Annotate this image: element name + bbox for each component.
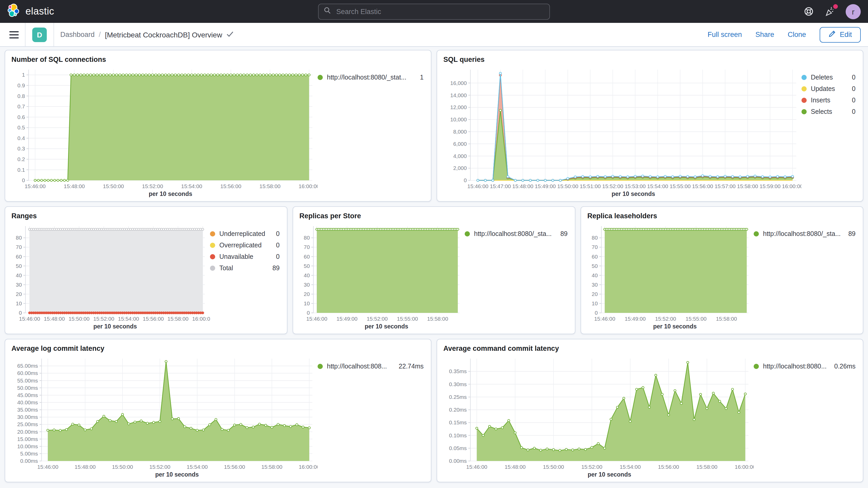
svg-text:per 10 seconds: per 10 seconds xyxy=(93,323,137,330)
svg-text:0.15ms: 0.15ms xyxy=(449,419,467,425)
legend-value: 1 xyxy=(420,74,424,81)
svg-text:15:56:00: 15:56:00 xyxy=(692,183,713,189)
sql-connections-chart[interactable]: 00.10.20.30.40.50.60.70.80.9115:46:0015:… xyxy=(10,65,317,199)
legend-value: 89 xyxy=(560,230,567,238)
svg-text:0.00ms: 0.00ms xyxy=(20,458,38,464)
legend-item[interactable]: Updates0 xyxy=(802,85,856,92)
svg-text:15:56:00: 15:56:00 xyxy=(220,183,241,189)
legend-item[interactable]: Deletes0 xyxy=(802,74,856,81)
legend-color-dot xyxy=(210,231,215,237)
svg-text:15:49:00: 15:49:00 xyxy=(337,316,358,322)
legend-color-dot xyxy=(210,266,215,271)
legend-color-dot xyxy=(754,364,759,369)
svg-text:15:46:00: 15:46:00 xyxy=(466,464,487,470)
breadcrumb: Dashboard / [Metricbeat CockroachDB] Ove… xyxy=(60,30,234,39)
legend-item[interactable]: http://localhost:8080/_sta...89 xyxy=(465,230,567,238)
pencil-icon xyxy=(828,30,836,39)
legend-label: http://localhost:8080... xyxy=(763,363,830,370)
legend-value: 0 xyxy=(852,74,856,81)
svg-text:15:46:00: 15:46:00 xyxy=(306,316,328,322)
edit-button-label: Edit xyxy=(840,31,852,38)
svg-text:15:54:00: 15:54:00 xyxy=(187,464,208,470)
ranges-chart[interactable]: 0102030405060708015:46:0015:48:0015:50:0… xyxy=(10,222,210,332)
legend-color-dot xyxy=(802,86,807,91)
svg-text:15:56:00: 15:56:00 xyxy=(224,464,245,470)
svg-text:10: 10 xyxy=(592,300,598,306)
svg-text:15:46:00: 15:46:00 xyxy=(467,183,488,189)
elastic-logo-icon xyxy=(7,3,21,20)
global-search-box[interactable] xyxy=(318,3,550,20)
svg-text:55.00ms: 55.00ms xyxy=(17,377,38,384)
svg-text:10: 10 xyxy=(304,300,310,306)
svg-text:15:46:00: 15:46:00 xyxy=(37,464,59,470)
svg-text:5.00ms: 5.00ms xyxy=(20,451,38,457)
legend-item[interactable]: http://localhost:808...22.74ms xyxy=(317,363,424,370)
toolbar-actions: Full screen Share Clone Edit xyxy=(708,27,868,42)
svg-text:80: 80 xyxy=(304,235,310,241)
legend-color-dot xyxy=(317,75,323,80)
legend-item[interactable]: http://localhost:8080...0.26ms xyxy=(754,363,856,370)
news-party-icon[interactable] xyxy=(824,6,835,17)
title-check-icon[interactable] xyxy=(226,30,234,39)
replica-leaseholders-chart[interactable]: 0102030405060708015:46:0015:49:0015:52:0… xyxy=(586,222,754,332)
search-input[interactable] xyxy=(335,7,544,16)
legend-value: 0 xyxy=(276,253,280,261)
panel-title: Average log commit latency xyxy=(10,343,426,355)
svg-text:15:58:00: 15:58:00 xyxy=(261,464,282,470)
help-lifebuoy-icon[interactable] xyxy=(804,6,814,17)
search-icon xyxy=(324,7,331,16)
svg-text:0.8: 0.8 xyxy=(18,93,25,99)
legend-item[interactable]: Underreplicated0 xyxy=(210,230,280,238)
svg-text:12,000: 12,000 xyxy=(450,104,467,110)
svg-text:15:50:00: 15:50:00 xyxy=(112,464,133,470)
svg-text:30: 30 xyxy=(592,282,598,288)
dashboard-badge[interactable]: D xyxy=(32,27,47,42)
svg-text:40: 40 xyxy=(304,272,310,278)
dashboard-toolbar: D Dashboard / [Metricbeat CockroachDB] O… xyxy=(0,23,868,47)
log-commit-latency-chart[interactable]: 0.00ms5.00ms10.00ms15.00ms20.00ms25.00ms… xyxy=(10,355,317,480)
legend-item[interactable]: Selects0 xyxy=(802,108,856,115)
sql-connections-legend: http://localhost:8080/_stat...1 xyxy=(317,65,426,199)
legend-item[interactable]: http://localhost:8080/_sta...89 xyxy=(754,230,856,238)
panel-replicas-per-store: Replicas per Store 0102030405060708015:4… xyxy=(292,206,576,334)
svg-text:15:51:00: 15:51:00 xyxy=(580,183,601,189)
hamburger-menu-icon[interactable] xyxy=(3,23,25,46)
legend-item[interactable]: Unavailable0 xyxy=(210,253,280,261)
svg-text:15:54:00: 15:54:00 xyxy=(118,316,139,322)
legend-item[interactable]: Overreplicated0 xyxy=(210,242,280,249)
legend-color-dot xyxy=(210,254,215,259)
svg-text:10,000: 10,000 xyxy=(450,116,467,122)
svg-text:15:49:00: 15:49:00 xyxy=(535,183,556,189)
command-commit-latency-chart[interactable]: 0.00ms0.05ms0.10ms0.15ms0.20ms0.25ms0.30… xyxy=(442,355,754,480)
legend-item[interactable]: Total89 xyxy=(210,265,280,272)
svg-text:15:52:00: 15:52:00 xyxy=(581,464,602,470)
svg-text:0.10ms: 0.10ms xyxy=(449,432,467,438)
svg-text:per 10 seconds: per 10 seconds xyxy=(155,471,198,478)
svg-text:50.00ms: 50.00ms xyxy=(17,385,38,391)
svg-text:15:54:00: 15:54:00 xyxy=(647,183,668,189)
svg-text:15:52:00: 15:52:00 xyxy=(602,183,623,189)
svg-text:0: 0 xyxy=(595,310,598,316)
log-commit-latency-legend: http://localhost:808...22.74ms xyxy=(317,355,426,480)
svg-text:0.35ms: 0.35ms xyxy=(449,368,467,374)
svg-text:15:58:00: 15:58:00 xyxy=(716,316,737,322)
edit-button[interactable]: Edit xyxy=(819,27,861,42)
breadcrumb-dashboard-link[interactable]: Dashboard xyxy=(60,31,95,38)
panel-title: Average command commit latency xyxy=(442,343,858,355)
replicas-per-store-chart[interactable]: 0102030405060708015:46:0015:49:0015:52:0… xyxy=(298,222,465,332)
elastic-brand[interactable]: elastic xyxy=(7,3,54,20)
full-screen-link[interactable]: Full screen xyxy=(708,31,742,38)
legend-label: http://localhost:808... xyxy=(327,363,395,370)
svg-text:70: 70 xyxy=(304,244,310,250)
clone-link[interactable]: Clone xyxy=(788,31,806,38)
user-avatar[interactable]: r xyxy=(846,4,861,19)
legend-value: 89 xyxy=(272,265,280,272)
svg-text:80: 80 xyxy=(16,235,22,241)
svg-text:15:50:00: 15:50:00 xyxy=(543,464,564,470)
legend-item[interactable]: http://localhost:8080/_stat...1 xyxy=(317,74,424,81)
svg-text:15:57:00: 15:57:00 xyxy=(715,183,736,189)
legend-item[interactable]: Inserts0 xyxy=(802,97,856,104)
svg-text:50: 50 xyxy=(16,263,22,269)
share-link[interactable]: Share xyxy=(755,31,774,38)
sql-queries-chart[interactable]: 02,0004,0006,0008,00010,00012,00014,0001… xyxy=(442,65,802,199)
